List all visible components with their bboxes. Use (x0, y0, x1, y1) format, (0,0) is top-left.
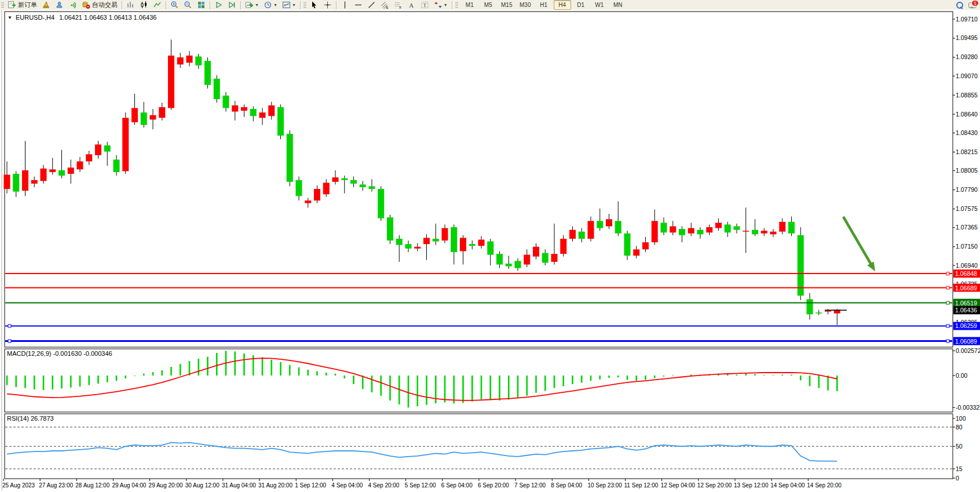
time-axis-label: 6 Sep 04:00 (441, 482, 473, 489)
line-handle[interactable] (946, 301, 949, 304)
fibo-equidistant-button[interactable]: E (378, 0, 392, 10)
candle-body (341, 178, 348, 180)
price-tick-label: 1.07150 (956, 243, 978, 250)
chart-bars-button[interactable] (124, 0, 137, 10)
add-indicator-button[interactable]: ▼ (243, 0, 261, 10)
macd-axis-label: -0.003326 (956, 404, 980, 411)
price-line-badge-label: 1.06848 (955, 270, 977, 277)
price-tick-label: 1.06940 (956, 262, 978, 269)
candle-body (77, 161, 83, 169)
line-handle[interactable] (946, 325, 949, 327)
timeframe-m5-button[interactable]: M5 (480, 0, 497, 10)
candle-body (825, 311, 831, 312)
period-clock-button[interactable]: ▼ (261, 0, 280, 10)
timeframe-w1-button[interactable]: W1 (591, 0, 608, 10)
period-clock-dropdown-icon[interactable]: ▼ (273, 3, 277, 7)
chart-canvas[interactable]: 1.097101.094951.092801.090701.088551.086… (0, 10, 980, 492)
signals-button[interactable] (66, 0, 79, 10)
candle-body (314, 189, 320, 201)
hline-button[interactable] (352, 0, 365, 10)
zoom-out-icon (184, 1, 192, 9)
candle-body (779, 222, 785, 232)
timeframe-m1-button[interactable]: M1 (461, 0, 478, 10)
chart-candles-button[interactable] (137, 0, 151, 10)
tile-windows-button[interactable] (195, 0, 208, 10)
trendline-button[interactable] (365, 0, 378, 10)
vline-button[interactable] (338, 0, 352, 10)
autotrading-button[interactable]: 自动交易 (79, 0, 120, 10)
timeframe-h1-button[interactable]: H1 (535, 0, 553, 10)
time-axis-label: 29 Aug 20:00 (149, 482, 183, 489)
price-line-badge-label: 1.06519 (955, 300, 977, 307)
candle-body (114, 159, 120, 172)
price-tick-label: 1.07790 (956, 186, 978, 193)
candle-body (104, 145, 111, 152)
candle-body (159, 107, 165, 118)
line-handle[interactable] (946, 286, 949, 289)
strategy-tester-icon (214, 1, 223, 9)
chart-line-button[interactable] (151, 0, 164, 10)
line-handle[interactable] (946, 272, 949, 275)
arrow-objects-dropdown-icon[interactable]: ▼ (444, 3, 448, 7)
text-icon: A (407, 1, 416, 9)
candle-body (743, 231, 749, 232)
time-axis-label: 4 Sep 04:00 (331, 482, 363, 489)
macd-pane[interactable] (5, 349, 953, 412)
time-axis-label: 11 Sep 12:00 (624, 482, 659, 489)
candle-body (579, 232, 585, 239)
candle-body (734, 226, 740, 229)
candle-body (615, 221, 621, 233)
fibo-channel-button[interactable]: F (392, 0, 405, 10)
strategy-tester-button[interactable] (212, 0, 225, 10)
time-axis-label: 28 Aug 12:00 (75, 482, 109, 489)
line-handle[interactable] (8, 340, 11, 342)
price-tick-label: 1.08640 (956, 111, 978, 118)
step-forward-icon (228, 1, 236, 9)
timeframe-h4-button[interactable]: H4 (554, 0, 571, 10)
candle-body (241, 107, 247, 111)
timeframe-mn-button[interactable]: MN (609, 0, 627, 10)
timeframe-m15-button[interactable]: M15 (498, 0, 515, 10)
text-label-button[interactable]: T (418, 0, 432, 10)
candle-body (524, 255, 530, 265)
template-chart-button[interactable]: ▼ (280, 0, 298, 10)
candle-body (679, 229, 685, 235)
template-chart-dropdown-icon[interactable]: ▼ (292, 3, 296, 7)
toolbar-right-icons: 1 (956, 1, 978, 9)
add-indicator-dropdown-icon[interactable]: ▼ (255, 3, 259, 7)
line-handle[interactable] (8, 325, 11, 327)
step-forward-button[interactable] (225, 0, 239, 10)
candle-body (597, 221, 603, 228)
time-axis-label: 31 Aug 04:00 (222, 482, 256, 489)
arrow-objects-button[interactable]: ▼ (432, 0, 450, 10)
line-handle[interactable] (946, 340, 949, 342)
zoom-in-button[interactable] (168, 0, 181, 10)
community-button[interactable] (53, 0, 66, 10)
search-icon[interactable] (956, 1, 964, 9)
price-tick-label: 1.08855 (956, 92, 978, 99)
zoom-out-button[interactable] (181, 0, 195, 10)
toolbar-grip[interactable] (1, 1, 4, 9)
candle-body (606, 219, 612, 226)
main-price-pane[interactable] (5, 12, 953, 347)
candle-body (287, 134, 293, 182)
macd-axis-label: 0.00 (956, 372, 968, 379)
candle-body (369, 186, 375, 189)
crosshair-button[interactable] (321, 0, 334, 10)
toolbar-grip[interactable] (303, 1, 306, 9)
timeframe-m30-button[interactable]: M30 (517, 0, 534, 10)
cursor-button[interactable] (308, 0, 321, 10)
styler-button[interactable] (39, 0, 53, 10)
svg-text:E: E (386, 6, 388, 9)
chart-window[interactable]: 1.097101.094951.092801.090701.088551.086… (0, 10, 980, 492)
time-axis-label: 31 Aug 20:00 (258, 482, 292, 489)
candle-body (533, 247, 539, 257)
timeframe-d1-button[interactable]: D1 (572, 0, 590, 10)
vline-icon (341, 1, 349, 9)
candle-body (131, 108, 138, 122)
chat-icon[interactable]: 1 (968, 1, 978, 9)
toolbar-grip[interactable] (455, 1, 458, 9)
text-button[interactable]: A (405, 0, 418, 10)
new-order-button[interactable]: 新订单 (5, 0, 39, 10)
price-tick-label: 1.09495 (956, 34, 978, 41)
